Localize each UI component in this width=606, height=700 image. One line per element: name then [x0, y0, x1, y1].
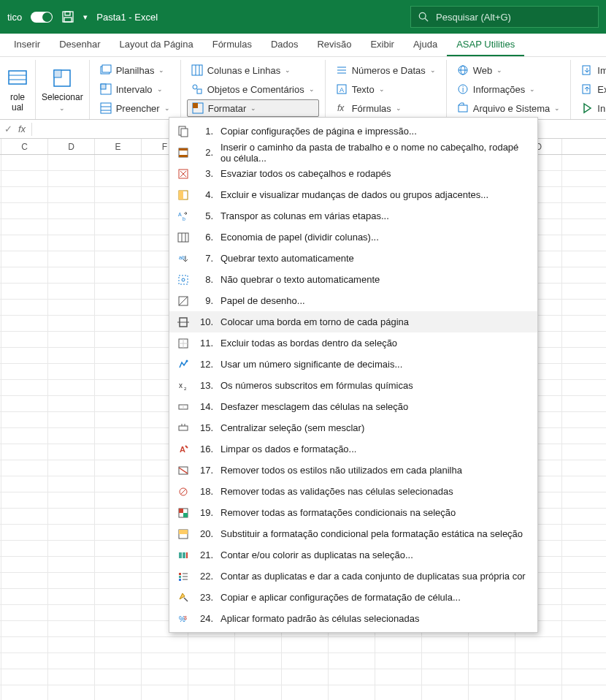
menu-item-number: 16.	[197, 444, 213, 454]
svg-rect-13	[101, 84, 106, 89]
grid-row[interactable]	[0, 685, 606, 700]
web-button[interactable]: Web⌄	[453, 61, 565, 79]
formatar-button[interactable]: Formatar⌄	[187, 99, 319, 117]
search-icon	[418, 12, 429, 22]
menu-item-17[interactable]: 17.Remover todos os estilos não utilizad…	[169, 460, 537, 481]
svg-rect-42	[181, 129, 188, 137]
numeros-datas-button[interactable]: Números e Datas⌄	[331, 61, 440, 79]
svg-rect-9	[54, 70, 61, 77]
tab-desenhar[interactable]: Desenhar	[50, 34, 110, 56]
tab-exibir[interactable]: Exibir	[361, 34, 404, 56]
menu-item-8[interactable]: 8.Não quebrar o texto automaticamente	[169, 269, 537, 290]
tab-dados[interactable]: Dados	[261, 34, 308, 56]
menu-item-icon	[177, 528, 190, 541]
menu-item-text: Substituir a formatação condicional pela…	[220, 528, 523, 539]
menu-item-number: 18.	[197, 486, 213, 497]
menu-item-text: Os números subscritos em fórmulas químic…	[220, 380, 413, 391]
col-header[interactable]: E	[95, 139, 142, 154]
planilhas-button[interactable]: Planilhas⌄	[96, 61, 174, 79]
visual-icon[interactable]	[6, 66, 29, 90]
menu-item-icon	[177, 231, 190, 244]
menu-item-icon	[177, 506, 190, 520]
svg-rect-21	[197, 89, 202, 94]
svg-point-65	[186, 359, 188, 362]
quickaccess-dropdown-icon[interactable]: ▾	[83, 12, 88, 22]
menu-item-24[interactable]: %$24.Aplicar formato padrão às células s…	[169, 608, 537, 629]
autosave-toggle[interactable]	[31, 12, 53, 23]
menu-item-9[interactable]: 9.Papel de desenho...	[169, 290, 537, 311]
grid-row[interactable]	[0, 669, 606, 685]
menu-item-22[interactable]: 22.Contar as duplicatas e dar a cada con…	[169, 566, 537, 587]
menu-item-number: 9.	[197, 295, 213, 306]
tab-ajuda[interactable]: Ajuda	[404, 34, 447, 56]
menu-item-23[interactable]: 23.Copiar e aplicar configurações de for…	[169, 587, 537, 608]
fx-icon[interactable]: fx	[18, 123, 26, 134]
col-header[interactable]: D	[48, 139, 95, 154]
menu-item-text: Remover todas as validações nas células …	[220, 486, 453, 497]
svg-text:x: x	[179, 381, 183, 389]
preencher-button[interactable]: Preencher⌄	[96, 99, 174, 117]
grid-row[interactable]	[0, 637, 606, 653]
formula-check-icon[interactable]: ✓	[4, 123, 12, 134]
selecionar-icon[interactable]	[50, 66, 74, 90]
formulas-button[interactable]: fxFórmulas⌄	[331, 99, 440, 117]
texto-button[interactable]: ATexto⌄	[331, 80, 440, 98]
menu-item-11[interactable]: 11.Excluir todas as bordas dentro da sel…	[169, 332, 537, 354]
tab-inserir[interactable]: Inserir	[4, 34, 50, 56]
menu-item-12[interactable]: 12.Usar um número significante de decima…	[169, 354, 537, 375]
menu-item-21[interactable]: 21.Contar e/ou colorir as duplicatas na …	[169, 544, 537, 566]
menu-item-icon: Ab	[177, 210, 190, 223]
tab-asap-utilities[interactable]: ASAP Utilities	[447, 34, 524, 56]
save-icon[interactable]	[61, 10, 74, 23]
menu-item-10[interactable]: 10.Colocar uma borda em torno de cada pá…	[169, 311, 537, 332]
intervalo-button[interactable]: Intervalo⌄	[96, 80, 174, 98]
tab-layout[interactable]: Layout da Página	[110, 34, 203, 56]
menu-item-7[interactable]: ab7.Quebrar texto automaticamente	[169, 248, 537, 269]
informacoes-button[interactable]: iInformações⌄	[453, 80, 565, 98]
menu-item-icon	[177, 273, 190, 286]
svg-text:ab: ab	[179, 254, 185, 261]
menu-item-1[interactable]: 1.Copiar configurações de página e impre…	[169, 121, 537, 142]
menu-item-icon	[177, 485, 190, 498]
menu-item-14[interactable]: 14.Desfazer mesclagem das células na sel…	[169, 396, 537, 417]
colunas-linhas-button[interactable]: Colunas e Linhas⌄	[187, 61, 319, 79]
svg-text:2: 2	[184, 387, 187, 391]
menu-item-3[interactable]: 3.Esvaziar todos os cabeçalhos e rodapés	[169, 163, 537, 184]
menu-item-text: Copiar e aplicar configurações de format…	[220, 592, 461, 603]
menu-item-16[interactable]: A16.Limpar os dados e formatação...	[169, 438, 537, 460]
iniciar-button[interactable]: Iniciar⌄	[577, 99, 606, 117]
menu-item-text: Contar as duplicatas e dar a cada conjun…	[220, 571, 526, 582]
menu-item-number: 1.	[197, 126, 213, 137]
menu-item-19[interactable]: 19.Remover todas as formatações condicio…	[169, 502, 537, 523]
menu-item-6[interactable]: 6.Economia de papel (dividir colunas)...	[169, 227, 537, 248]
svg-point-20	[193, 85, 197, 89]
tab-revisao[interactable]: Revisão	[307, 34, 361, 56]
svg-rect-44	[179, 148, 188, 151]
importar-button[interactable]: Importar⌄	[577, 61, 606, 79]
menu-item-2[interactable]: 2.Inserir o caminho da pasta de trabalho…	[169, 142, 537, 163]
menu-item-20[interactable]: 20.Substituir a formatação condicional p…	[169, 523, 537, 544]
menu-item-number: 3.	[197, 168, 213, 179]
menu-item-18[interactable]: 18.Remover todas as validações nas célul…	[169, 481, 537, 502]
ribbon-tabs: Inserir Desenhar Layout da Página Fórmul…	[0, 34, 606, 57]
menu-item-5[interactable]: Ab5.Transpor as colunas em várias etapas…	[169, 205, 537, 227]
col-header[interactable]: C	[1, 139, 48, 154]
svg-rect-53	[178, 233, 188, 242]
svg-rect-82	[179, 530, 188, 534]
menu-item-number: 19.	[197, 507, 213, 518]
menu-item-13[interactable]: x213.Os números subscritos em fórmulas q…	[169, 375, 537, 396]
arquivo-sistema-button[interactable]: Arquivo e Sistema⌄	[453, 99, 565, 117]
exportar-button[interactable]: Exportar⌄	[577, 80, 606, 98]
menu-item-icon	[177, 146, 190, 159]
grid-row[interactable]	[0, 653, 606, 669]
svg-rect-57	[179, 275, 188, 284]
menu-item-text: Economia de papel (dividir colunas)...	[220, 232, 379, 243]
menu-item-15[interactable]: 15.Centralizar seleção (sem mesclar)	[169, 417, 537, 438]
search-box[interactable]: Pesquisar (Alt+G)	[410, 6, 599, 28]
menu-item-text: Inserir o caminho da pasta de trabalho e…	[220, 142, 530, 164]
tab-formulas[interactable]: Fórmulas	[203, 34, 261, 56]
menu-item-text: Desfazer mesclagem das células na seleçã…	[220, 401, 408, 412]
svg-line-77	[180, 489, 186, 495]
menu-item-4[interactable]: 4.Excluir e visualizar mudanças de dados…	[169, 184, 537, 205]
objetos-comentarios-button[interactable]: Objetos e Comentários⌄	[187, 80, 319, 98]
